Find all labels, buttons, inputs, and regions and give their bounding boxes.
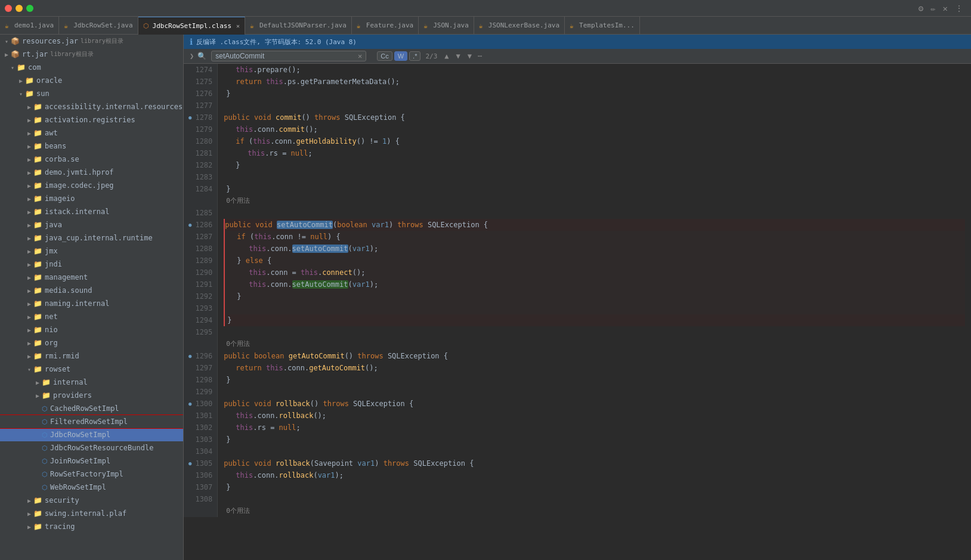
tree-item-label: imageio	[45, 194, 75, 203]
tree-item-java[interactable]: ▶ 📁 java	[0, 218, 183, 231]
tree-item-media-sound[interactable]: ▶ 📁 media.sound	[0, 284, 183, 297]
tree-item-rmi[interactable]: ▶ 📁 rmi.rmid	[0, 349, 183, 363]
search-collapse-button[interactable]: ❯	[188, 51, 195, 61]
search-filter-button[interactable]: ▼	[468, 52, 472, 60]
search-more-button[interactable]: ⋯	[478, 52, 482, 60]
tree-item-tracing[interactable]: ▶ 📁 tracing	[0, 520, 183, 533]
regex-button[interactable]: .*	[409, 51, 420, 61]
expand-arrow: ▶	[25, 353, 33, 360]
tree-item-rowset[interactable]: ▾ 📁 rowset	[0, 363, 183, 376]
tree-item-demo-jvmti[interactable]: ▶ 📁 demo.jvmti.hprof	[0, 166, 183, 179]
code-line-1302: this.rs = null;	[224, 422, 965, 434]
jar-icon: 📦	[11, 50, 20, 58]
class-file-icon: ⬡	[42, 418, 48, 426]
tree-item-nio[interactable]: ▶ 📁 nio	[0, 323, 183, 336]
tree-item-management[interactable]: ▶ 📁 management	[0, 271, 183, 284]
ln-1288: 1288	[188, 243, 212, 255]
tree-item-oracle[interactable]: ▶ 📁 oracle	[0, 74, 183, 87]
ln-1279: 1279	[188, 123, 212, 135]
tree-item-label: JoinRowSetImpl	[50, 457, 110, 465]
maximize-button[interactable]	[26, 5, 33, 12]
ln-1285b: 1285	[188, 207, 212, 219]
search-prev-button[interactable]: ▲	[442, 51, 451, 61]
tree-item-label: org	[45, 339, 58, 347]
tree-item-label: JdbcRowSetImpl	[50, 431, 110, 439]
tab-json-java[interactable]: ☕ JSON.java	[419, 17, 474, 35]
tree-item-rowset-internal[interactable]: ▶ 📁 internal	[0, 376, 183, 389]
tree-item-com[interactable]: ▾ 📁 com	[0, 61, 183, 74]
tree-item-imageio[interactable]: ▶ 📁 imageio	[0, 192, 183, 205]
tab-feature-java[interactable]: ☕ Feature.java	[352, 17, 419, 35]
tree-item-joinrowsetimpl[interactable]: ⬡ JoinRowSetImpl	[0, 454, 183, 468]
code-line-1288: this.conn.setAutoCommit(var1);	[224, 243, 965, 255]
close-button[interactable]	[5, 5, 12, 12]
tree-item-activation[interactable]: ▶ 📁 activation.registries	[0, 113, 183, 126]
tree-item-accessibility[interactable]: ▶ 📁 accessibility.internal.resources	[0, 100, 183, 113]
tree-item-net[interactable]: ▶ 📁 net	[0, 310, 183, 323]
settings-icon[interactable]: ⚙	[916, 2, 926, 15]
edit-icon[interactable]: ✏	[927, 2, 938, 15]
tree-item-label: CachedRowSetImpl	[50, 404, 119, 413]
tab-defaultjsonparser-java[interactable]: ☕ DefaultJSONParser.java	[245, 17, 352, 35]
tree-item-jndi[interactable]: ▶ 📁 jndi	[0, 258, 183, 271]
class-file-icon: ⬡	[42, 471, 48, 478]
ln-1289: 1289	[188, 255, 212, 267]
tree-item-swing[interactable]: ▶ 📁 swing.internal.plaf	[0, 507, 183, 520]
tab-bar: ☕ demo1.java ☕ JdbcRowSet.java ⬡ JdbcRow…	[0, 17, 971, 35]
tree-item-corba[interactable]: ▶ 📁 corba.se	[0, 153, 183, 166]
search-next-button[interactable]: ▼	[454, 51, 463, 61]
case-sensitive-button[interactable]: Cc	[377, 51, 392, 61]
tree-item-rt-jar[interactable]: ▶ 📦 rt.jar library根目录	[0, 48, 183, 61]
tab-jdbcrowset-java[interactable]: ☕ JdbcRowSet.java	[59, 17, 138, 35]
tree-item-cachedrowsetimpl[interactable]: ⬡ CachedRowSetImpl	[0, 402, 183, 415]
code-editor[interactable]: 1274 1275 1276 1277 ●1278 1279 1280 1281…	[184, 64, 971, 560]
code-line-1277	[224, 100, 965, 112]
tree-item-jdbcrowsetresourcebundle[interactable]: ⬡ JdbcRowSetResourceBundle	[0, 441, 183, 454]
tab-templates-java[interactable]: ☕ TemplatesIm...	[565, 17, 640, 35]
code-line-1287: if (this.conn != null) {	[224, 231, 965, 243]
code-line-1298: }	[224, 374, 965, 386]
main-layout: ▾ 📦 resources.jar library根目录 ▶ 📦 rt.jar …	[0, 35, 971, 560]
tree-item-sun[interactable]: ▾ 📁 sun	[0, 87, 183, 100]
search-input[interactable]	[215, 52, 355, 60]
tree-item-awt[interactable]: ▶ 📁 awt	[0, 126, 183, 140]
tree-item-security[interactable]: ▶ 📁 security	[0, 494, 183, 507]
tree-item-rowset-providers[interactable]: ▶ 📁 providers	[0, 389, 183, 402]
expand-arrow: ▶	[25, 497, 33, 504]
code-line-1303: }	[224, 434, 965, 445]
tree-item-beans[interactable]: ▶ 📁 beans	[0, 140, 183, 153]
tree-item-image-codec[interactable]: ▶ 📁 image.codec.jpeg	[0, 179, 183, 192]
folder-icon: 📁	[33, 496, 42, 505]
ln-1301: 1301	[188, 410, 212, 422]
tree-item-rowsetfactoryimpl[interactable]: ⬡ RowSetFactoryImpl	[0, 468, 183, 481]
expand-arrow: ▶	[25, 235, 33, 242]
tree-item-istack[interactable]: ▶ 📁 istack.internal	[0, 205, 183, 218]
more-icon[interactable]: ⋮	[952, 2, 966, 15]
tree-item-label: java_cup.internal.runtime	[45, 234, 153, 242]
tree-item-org[interactable]: ▶ 📁 org	[0, 336, 183, 349]
tree-item-jdbcrowsetimpl[interactable]: ⬡ JdbcRowSetImpl	[0, 428, 183, 441]
tree-item-naming[interactable]: ▶ 📁 naming.internal	[0, 297, 183, 310]
tab-demo1-java[interactable]: ☕ demo1.java	[0, 17, 59, 35]
expand-arrow: ▾	[2, 38, 11, 45]
tree-item-java-cup[interactable]: ▶ 📁 java_cup.internal.runtime	[0, 231, 183, 245]
tree-item-resources-jar[interactable]: ▾ 📦 resources.jar library根目录	[0, 35, 183, 48]
tree-item-filteredrowsetimpl[interactable]: ⬡ FilteredRowSetImpl	[0, 415, 183, 428]
close-icon[interactable]: ✕	[940, 2, 951, 15]
folder-icon: 📁	[33, 103, 42, 111]
tab-jdbcrowsetimpl-class[interactable]: ⬡ JdbcRowSetImpl.class ✕	[138, 17, 245, 35]
tab-close-button[interactable]: ✕	[236, 23, 240, 29]
minimize-button[interactable]	[16, 5, 23, 12]
ln-1293: 1293	[188, 302, 212, 314]
folder-icon: 📁	[33, 326, 42, 334]
tab-jsonlexerbase-java[interactable]: ☕ JSONLexerBase.java	[474, 17, 565, 35]
whole-word-button[interactable]: W	[394, 51, 407, 61]
tree-item-label: media.sound	[45, 286, 92, 295]
file-tree-sidebar: ▾ 📦 resources.jar library根目录 ▶ 📦 rt.jar …	[0, 35, 184, 560]
expand-arrow: ▶	[25, 301, 33, 307]
search-input-wrap: ✕	[211, 51, 366, 61]
tree-item-jmx[interactable]: ▶ 📁 jmx	[0, 245, 183, 258]
search-clear-button[interactable]: ✕	[358, 52, 362, 60]
code-line-1307: }	[224, 481, 965, 493]
tree-item-webrowsetimpl[interactable]: ⬡ WebRowSetImpl	[0, 481, 183, 494]
